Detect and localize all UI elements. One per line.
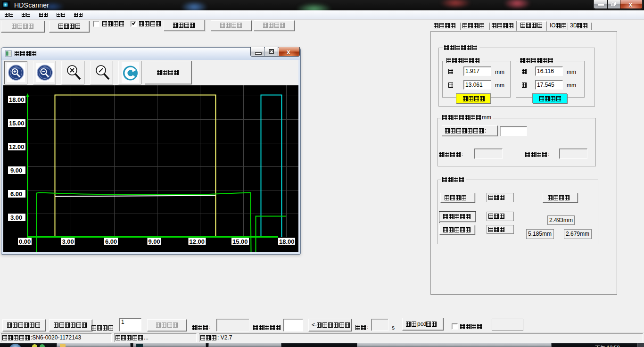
svg-text:12.00: 12.00 [9, 143, 25, 150]
svg-text:15.00: 15.00 [232, 238, 248, 245]
svg-text:15.00: 15.00 [9, 120, 25, 127]
svg-text:0.00: 0.00 [19, 238, 31, 245]
svg-text:3.00: 3.00 [62, 238, 74, 245]
svg-text:9.00: 9.00 [149, 238, 160, 245]
svg-text:3.00: 3.00 [10, 214, 22, 221]
svg-text:18.00: 18.00 [279, 238, 295, 245]
svg-text:9.00: 9.00 [10, 167, 22, 174]
svg-text:6.00: 6.00 [105, 238, 117, 245]
svg-text:18.00: 18.00 [9, 96, 25, 103]
svg-text:6.00: 6.00 [10, 190, 22, 198]
svg-text:12.00: 12.00 [190, 238, 205, 245]
